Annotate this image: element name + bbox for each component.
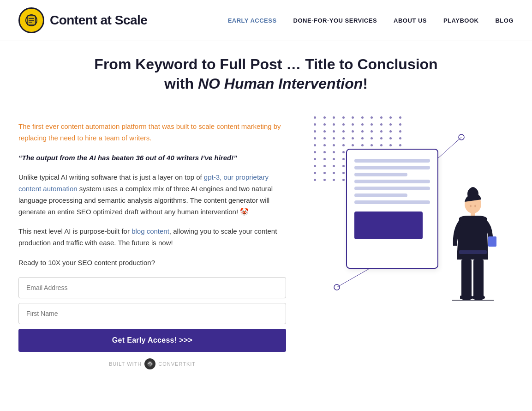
doc-line (354, 166, 430, 169)
dot (389, 116, 392, 119)
dot (389, 123, 392, 126)
dot (342, 130, 345, 133)
dot (352, 144, 354, 146)
dot (399, 137, 401, 139)
dot (323, 172, 326, 174)
svg-point-13 (470, 187, 476, 193)
email-input[interactable] (18, 277, 286, 298)
nav-about-us[interactable]: ABOUT US (394, 17, 427, 24)
dot (371, 144, 373, 146)
built-with-label: BUILT WITH (109, 361, 142, 367)
dot (314, 179, 316, 181)
hero-heading: From Keyword to Full Post … Title to Con… (37, 55, 495, 93)
dot (399, 144, 401, 146)
hero-section: From Keyword to Full Post … Title to Con… (0, 41, 532, 103)
quote: “The output from the AI has beaten 36 ou… (18, 152, 286, 164)
dot (314, 130, 316, 133)
svg-point-26 (474, 205, 476, 207)
left-column: The first ever content automation platfo… (18, 121, 300, 369)
nav-blog[interactable]: BLOG (495, 17, 514, 24)
doc-line (354, 200, 430, 204)
dot (314, 116, 316, 119)
dot (352, 123, 354, 126)
dot (399, 123, 401, 126)
document-card (346, 149, 438, 269)
dot (314, 151, 316, 153)
dot (342, 179, 345, 181)
dot (333, 165, 335, 167)
illustration (305, 112, 498, 333)
dot (399, 116, 401, 119)
convertkit-logo (144, 358, 155, 369)
svg-point-8 (459, 134, 464, 140)
dot (314, 144, 316, 146)
dot (361, 130, 364, 133)
dot (380, 137, 383, 139)
content-section: The first ever content automation platfo… (18, 121, 286, 269)
svg-rect-23 (478, 296, 484, 299)
doc-line (354, 187, 430, 190)
dot (323, 165, 326, 167)
dot (314, 137, 316, 139)
dot (342, 158, 345, 160)
dot (371, 116, 373, 119)
dot (389, 144, 392, 146)
dot (333, 144, 335, 146)
dot (342, 172, 345, 174)
dot (314, 165, 316, 167)
person-illustration (434, 186, 498, 333)
svg-rect-19 (473, 260, 484, 296)
dot (352, 137, 354, 139)
dot (314, 123, 316, 126)
dot (333, 130, 335, 133)
dot (380, 144, 383, 146)
logo-area: Content at Scale (18, 7, 147, 33)
dot (314, 172, 316, 174)
dot (323, 130, 326, 133)
svg-point-25 (470, 205, 472, 207)
doc-image-block (354, 212, 423, 239)
get-early-access-button[interactable]: Get Early Access! >>> (18, 329, 286, 352)
nav-playbook[interactable]: PLAYBOOK (443, 17, 478, 24)
site-title: Content at Scale (50, 13, 147, 28)
dot (342, 116, 345, 119)
dot (389, 137, 392, 139)
dot (389, 130, 392, 133)
firstname-input[interactable] (18, 303, 286, 324)
nav-done-for-you[interactable]: DONE-FOR-YOU SERVICES (293, 17, 377, 24)
dot (380, 116, 383, 119)
dot (333, 158, 335, 160)
dot (342, 123, 345, 126)
logo-icon (18, 7, 44, 33)
dot (333, 116, 335, 119)
svg-rect-17 (488, 236, 496, 247)
dot (323, 158, 326, 160)
dot (333, 179, 335, 181)
svg-line-11 (337, 269, 369, 287)
dot (371, 137, 373, 139)
dot (399, 130, 401, 133)
para3: This next level AI is purpose-built for … (18, 226, 286, 249)
dot (323, 151, 326, 153)
dot (380, 130, 383, 133)
dot (361, 137, 364, 139)
dot (323, 116, 326, 119)
dot (361, 144, 364, 146)
doc-line (354, 180, 430, 183)
para2: Unlike typical AI writing software that … (18, 172, 286, 218)
dot (323, 123, 326, 126)
dot (314, 158, 316, 160)
main-nav: EARLY ACCESS DONE-FOR-YOU SERVICES ABOUT… (228, 17, 514, 24)
svg-rect-21 (460, 296, 465, 299)
para1: The first ever content automation platfo… (18, 121, 286, 144)
dot (342, 151, 345, 153)
dot (361, 123, 364, 126)
nav-early-access[interactable]: EARLY ACCESS (228, 17, 277, 24)
ready-text: Ready to 10X your SEO content production… (18, 257, 286, 269)
svg-point-10 (334, 284, 340, 290)
svg-rect-18 (461, 260, 472, 296)
dot (333, 123, 335, 126)
dot (352, 116, 354, 119)
doc-text-lines (354, 159, 430, 204)
convertkit-label: ConvertKit (158, 361, 196, 367)
